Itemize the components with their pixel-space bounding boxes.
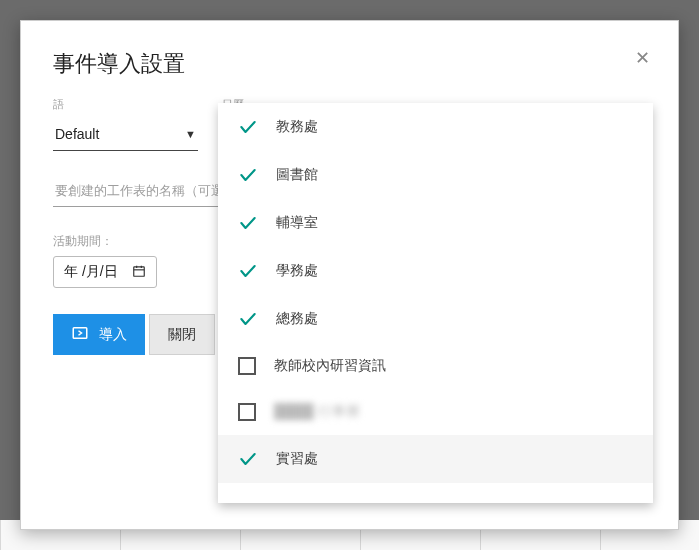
option-label: 總務處 [276, 310, 318, 328]
calendar-option[interactable]: 教師校內研習資訊 [218, 343, 653, 389]
close-icon[interactable]: ✕ [635, 47, 650, 69]
language-select[interactable]: Default ▼ [53, 120, 198, 151]
option-label: 教師校內研習資訊 [274, 357, 386, 375]
check-icon [238, 261, 258, 281]
date-picker[interactable]: 年 /月/日 [53, 256, 157, 288]
dialog-title: 事件導入設置 [53, 49, 646, 79]
calendar-dropdown: 教務處圖書館輔導室學務處總務處教師校內研習資訊████ 行事曆實習處 [218, 103, 653, 503]
option-label: ████ 行事曆 [274, 403, 360, 421]
import-button-label: 導入 [99, 326, 127, 344]
date-value: 年 /月/日 [64, 263, 118, 281]
calendar-option[interactable]: ████ 行事曆 [218, 389, 653, 435]
checkbox-empty-icon [238, 357, 256, 375]
check-icon [238, 213, 258, 233]
check-icon [238, 117, 258, 137]
svg-rect-0 [133, 266, 144, 275]
svg-rect-4 [73, 328, 87, 339]
check-icon [238, 165, 258, 185]
language-value: Default [55, 126, 99, 142]
calendar-option[interactable]: 圖書館 [218, 151, 653, 199]
calendar-option[interactable]: 實習處 [218, 435, 653, 483]
option-label: 學務處 [276, 262, 318, 280]
check-icon [238, 309, 258, 329]
close-button-label: 關閉 [168, 326, 196, 344]
period-label: 活動期間： [53, 233, 113, 250]
calendar-option[interactable]: 輔導室 [218, 199, 653, 247]
option-label: 圖書館 [276, 166, 318, 184]
check-icon [238, 449, 258, 469]
option-label: 教務處 [276, 118, 318, 136]
option-label: 輔導室 [276, 214, 318, 232]
calendar-field: 日曆 ▼ 教務處圖書館輔導室學務處總務處教師校內研習資訊████ 行事曆實習處 [222, 97, 646, 151]
import-button[interactable]: 導入 [53, 314, 145, 355]
import-settings-dialog: 事件導入設置 ✕ 語 Default ▼ 日曆 ▼ 教務處圖書館輔導室學務處總務… [20, 20, 679, 530]
chevron-down-icon: ▼ [185, 128, 196, 140]
language-label: 語 [53, 97, 198, 112]
import-icon [71, 324, 89, 345]
calendar-option[interactable]: 總務處 [218, 295, 653, 343]
language-field: 語 Default ▼ [53, 97, 198, 151]
calendar-option[interactable]: 學務處 [218, 247, 653, 295]
checkbox-empty-icon [238, 403, 256, 421]
close-button[interactable]: 關閉 [149, 314, 215, 355]
calendar-option[interactable]: 教務處 [218, 103, 653, 151]
dropdown-scroll[interactable]: 教務處圖書館輔導室學務處總務處教師校內研習資訊████ 行事曆實習處 [218, 103, 653, 503]
calendar-icon [132, 264, 146, 281]
option-label: 實習處 [276, 450, 318, 468]
